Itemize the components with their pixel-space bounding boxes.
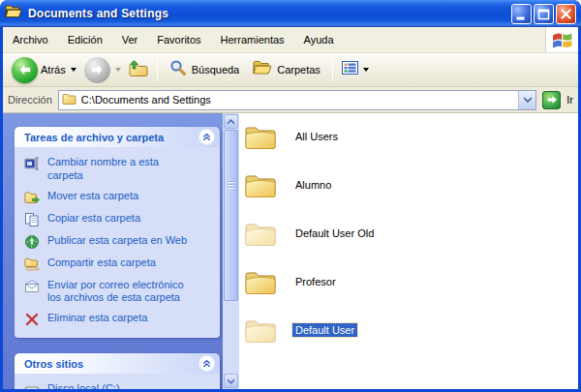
file-tasks-header[interactable]: Tareas de archivo y carpeta: [15, 127, 220, 147]
chevron-up-icon: [227, 119, 235, 125]
back-icon: [12, 57, 38, 83]
folder-icon-hidden: [244, 220, 277, 247]
address-bar: Dirección C:\Documents and Settings Ir: [3, 87, 578, 113]
move-folder-icon: [24, 190, 40, 205]
windows-logo-box: [545, 27, 578, 52]
minimize-button[interactable]: [511, 4, 532, 24]
thumb-grip: [228, 181, 234, 189]
task-label: Publicar esta carpeta en Web: [47, 234, 187, 248]
explorer-window: Documents and Settings Archivo Edición V…: [0, 0, 581, 392]
other-places-header[interactable]: Otros sitios: [15, 353, 220, 374]
file-item-profesor[interactable]: Profesor: [244, 268, 578, 295]
back-button[interactable]: Atrás: [8, 55, 80, 85]
folders-icon: [253, 60, 272, 79]
go-button[interactable]: [542, 91, 561, 109]
address-input[interactable]: C:\Documents and Settings: [58, 90, 536, 110]
task-delete-folder[interactable]: Eliminar esta carpeta: [24, 312, 214, 327]
address-label: Dirección: [8, 94, 52, 106]
task-label: Compartir esta carpeta: [47, 256, 156, 270]
file-tasks-body: Cambiar nombre a esta carpeta Mover esta…: [15, 147, 220, 338]
task-label: Cambiar nombre a esta carpeta: [47, 156, 159, 183]
folder-icon: [244, 268, 277, 295]
go-label: Ir: [566, 94, 573, 106]
copy-folder-icon: [24, 212, 40, 227]
task-email-folder[interactable]: Enviar por correo electrónico los archiv…: [24, 279, 214, 306]
forward-button[interactable]: [80, 55, 125, 85]
place-local-disk-c[interactable]: Disco local (C:): [24, 382, 214, 389]
delete-icon: [24, 312, 40, 327]
taskpane-scrollbar[interactable]: [223, 113, 239, 389]
share-folder-icon: [24, 256, 40, 272]
menu-archivo[interactable]: Archivo: [3, 27, 58, 52]
task-label: Copiar esta carpeta: [47, 212, 140, 226]
collapse-button[interactable]: [199, 355, 215, 372]
file-item-default-user-old[interactable]: Default User Old: [244, 220, 578, 247]
task-rename-folder[interactable]: Cambiar nombre a esta carpeta: [24, 156, 214, 183]
task-label: Mover esta carpeta: [47, 190, 138, 203]
close-button[interactable]: [556, 4, 576, 24]
search-button[interactable]: Búsqueda: [163, 56, 247, 83]
task-move-folder[interactable]: Mover esta carpeta: [24, 190, 214, 205]
back-dropdown-icon[interactable]: [71, 68, 76, 72]
folder-icon: [244, 171, 277, 198]
task-label: Disco local (C:): [47, 382, 120, 389]
folders-button[interactable]: Carpetas: [246, 57, 327, 82]
disk-icon: [24, 382, 40, 389]
maximize-button[interactable]: [534, 4, 554, 24]
task-label: Eliminar esta carpeta: [47, 312, 147, 325]
menu-ayuda[interactable]: Ayuda: [294, 27, 344, 52]
email-icon: [24, 279, 40, 294]
task-label: Enviar por correo electrónico los archiv…: [47, 279, 184, 306]
file-item-alumno[interactable]: Alumno: [244, 171, 578, 198]
panel-title: Otros sitios: [24, 358, 83, 370]
task-share-folder[interactable]: Compartir esta carpeta: [24, 256, 214, 272]
task-pane: Tareas de archivo y carpeta: [3, 113, 223, 389]
menu-ver[interactable]: Ver: [112, 27, 148, 52]
folders-label: Carpetas: [277, 64, 321, 75]
scroll-down-button[interactable]: [224, 374, 238, 388]
folder-up-icon: [129, 60, 148, 80]
title-bar[interactable]: Documents and Settings: [0, 0, 581, 27]
file-item-all-users[interactable]: All Users: [244, 123, 578, 150]
file-label: Profesor: [292, 275, 339, 288]
search-label: Búsqueda: [192, 64, 240, 75]
file-label-selected: Default User: [292, 323, 357, 337]
menu-favoritos[interactable]: Favoritos: [147, 27, 210, 52]
file-item-default-user[interactable]: Default User: [244, 317, 578, 344]
scrollbar-track[interactable]: [224, 130, 238, 373]
task-copy-folder[interactable]: Copiar esta carpeta: [24, 212, 214, 227]
window-title: Documents and Settings: [28, 7, 168, 20]
scroll-up-button[interactable]: [224, 114, 238, 129]
file-list: All Users Alumno Defau: [239, 113, 578, 389]
toolbar-separator: [332, 58, 333, 81]
chevron-down-icon: [227, 378, 235, 384]
toolbar-separator: [157, 58, 158, 81]
file-tasks-panel: Tareas de archivo y carpeta: [15, 127, 220, 338]
open-folder-icon: [5, 5, 22, 22]
chevron-down-icon: [523, 97, 533, 104]
views-button[interactable]: [338, 59, 373, 80]
scrollbar-thumb[interactable]: [224, 130, 238, 301]
collapse-button[interactable]: [199, 129, 215, 145]
views-icon: [342, 61, 358, 78]
file-label: Default User Old: [292, 226, 377, 240]
file-label: All Users: [292, 130, 341, 143]
up-button[interactable]: [125, 58, 152, 82]
publish-web-icon: [24, 234, 40, 250]
menu-bar: Archivo Edición Ver Favoritos Herramient…: [3, 27, 578, 53]
back-label: Atrás: [41, 64, 66, 75]
task-publish-folder[interactable]: Publicar esta carpeta en Web: [24, 234, 214, 250]
menu-herramientas[interactable]: Herramientas: [211, 27, 294, 52]
content-area: Tareas de archivo y carpeta: [3, 113, 578, 389]
forward-dropdown-icon: [115, 68, 121, 72]
windows-flag-icon: [551, 30, 573, 50]
folder-icon-hidden: [244, 317, 277, 344]
go-arrow-icon: [545, 93, 559, 106]
chevron-up-icon: [201, 132, 212, 142]
views-dropdown-icon[interactable]: [363, 68, 369, 72]
chevron-up-icon: [201, 358, 212, 369]
file-label: Alumno: [292, 178, 334, 192]
other-places-panel: Otros sitios: [15, 353, 220, 389]
menu-edicion[interactable]: Edición: [58, 27, 112, 52]
address-dropdown-button[interactable]: [518, 91, 535, 109]
